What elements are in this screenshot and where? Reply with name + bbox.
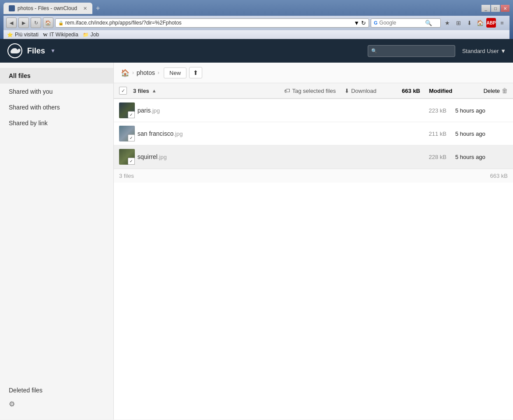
sort-arrow-icon[interactable]: ▲ bbox=[152, 88, 157, 93]
close-tab-button[interactable]: ✕ bbox=[83, 6, 87, 11]
delete-label: Delete bbox=[483, 88, 500, 94]
bookmarks-menu-icon[interactable]: ⊞ bbox=[453, 18, 463, 28]
user-menu[interactable]: Standard User ▼ bbox=[462, 48, 506, 54]
bookmark-wikipedia[interactable]: W IT Wikipedia bbox=[43, 32, 78, 38]
filename-base-sf: san francisco bbox=[137, 130, 173, 137]
sidebar-deleted-files[interactable]: Deleted files bbox=[9, 382, 105, 398]
menu-icon[interactable]: ≡ bbox=[497, 18, 507, 28]
bookmark-wikipedia-label: IT Wikipedia bbox=[49, 32, 78, 38]
new-button[interactable]: New bbox=[164, 67, 186, 78]
address-dropdown-icon[interactable]: ▼ bbox=[354, 20, 359, 26]
tag-label: Tag selected files bbox=[292, 88, 336, 94]
file-checkbox-sf: ✓ bbox=[119, 126, 133, 141]
browser-toolbar: ◀ ▶ ↻ 🏠 🔒 ▼ ↻ G 🔍 ★ ⊞ ⬇ 🏠 ABP ≡ bbox=[4, 16, 509, 30]
bookmark-folder-icon: 📁 bbox=[83, 32, 89, 38]
file-row-squirrel[interactable]: ✓ squirrel.jpg 228 kB 5 hours ago bbox=[114, 145, 513, 169]
file-name-wrap-paris: paris.jpg bbox=[133, 107, 411, 114]
sidebar-shared-with-others-label: Shared with others bbox=[9, 104, 60, 111]
file-list: ✓ 3 files ▲ 🏷 Tag selected files ⬇ Downl… bbox=[114, 83, 513, 420]
file-name-wrap-sf: san francisco.jpg bbox=[133, 130, 411, 137]
refresh-button[interactable]: ↻ bbox=[31, 18, 41, 28]
app-logo: Files ▼ bbox=[7, 43, 56, 59]
tag-selected-button[interactable]: 🏷 Tag selected files bbox=[284, 87, 336, 94]
footer-count: 3 files bbox=[119, 173, 473, 179]
file-size-sf: 211 kB bbox=[411, 131, 446, 137]
file-row-sf[interactable]: ✓ san francisco.jpg 211 kB 5 hours ago bbox=[114, 122, 513, 145]
size-column-header: 663 kB bbox=[385, 88, 420, 94]
forward-button[interactable]: ▶ bbox=[18, 18, 29, 28]
user-caret-icon: ▼ bbox=[500, 48, 506, 54]
minimize-button[interactable]: _ bbox=[481, 5, 490, 12]
owncloud-logo-icon bbox=[7, 43, 23, 59]
upload-button[interactable]: ⬆ bbox=[189, 67, 202, 78]
browser-tab[interactable]: photos - Files - ownCloud ✕ bbox=[4, 3, 92, 14]
home-button[interactable]: 🏠 bbox=[43, 18, 53, 28]
download-label: Download bbox=[351, 88, 376, 94]
delete-trash-icon: 🗑 bbox=[502, 87, 508, 94]
search-input[interactable] bbox=[379, 20, 423, 26]
bookmark-piu-visitati[interactable]: ⭐ Più visitati bbox=[7, 32, 39, 38]
filename-base-paris: paris bbox=[137, 107, 151, 114]
tab-title: photos - Files - ownCloud bbox=[18, 5, 77, 11]
address-lock-icon: 🔒 bbox=[58, 21, 63, 25]
sidebar-all-files-label: All files bbox=[9, 72, 31, 79]
home-toolbar-icon[interactable]: 🏠 bbox=[475, 18, 485, 28]
sidebar-item-shared-by-link[interactable]: Shared by link bbox=[0, 115, 113, 131]
header-search bbox=[56, 45, 455, 57]
sidebar: All files Shared with you Shared with ot… bbox=[0, 63, 114, 420]
file-check-squirrel[interactable]: ✓ bbox=[128, 158, 135, 165]
search-engine-icon: G bbox=[374, 20, 378, 25]
app-body: All files Shared with you Shared with ot… bbox=[0, 63, 513, 420]
bookmarks-star-icon[interactable]: ★ bbox=[443, 18, 452, 28]
file-name-squirrel: squirrel.jpg bbox=[137, 153, 167, 160]
breadcrumb-separator: › bbox=[132, 70, 134, 76]
file-modified-squirrel: 5 hours ago bbox=[446, 154, 508, 160]
file-thumbnail-paris: ✓ bbox=[119, 102, 135, 118]
sidebar-item-shared-with-you[interactable]: Shared with you bbox=[0, 84, 113, 99]
sidebar-shared-by-link-label: Shared by link bbox=[9, 120, 48, 127]
file-check-sf[interactable]: ✓ bbox=[128, 134, 135, 141]
file-modified-paris: 5 hours ago bbox=[446, 107, 508, 114]
sidebar-settings-icon[interactable]: ⚙ bbox=[9, 398, 105, 410]
select-all-checkbox[interactable]: ✓ bbox=[119, 87, 127, 95]
download-arrow-icon: ⬇ bbox=[344, 88, 349, 94]
back-button[interactable]: ◀ bbox=[6, 18, 17, 28]
file-list-footer: 3 files 663 kB bbox=[114, 169, 513, 183]
breadcrumb-separator-2: › bbox=[158, 70, 159, 76]
adblock-icon[interactable]: ABP bbox=[486, 18, 496, 28]
total-size-label: 663 kB bbox=[402, 88, 420, 94]
app-logo-caret[interactable]: ▼ bbox=[50, 48, 56, 54]
browser-chrome: photos - Files - ownCloud ✕ + _ □ ✕ ◀ ▶ … bbox=[0, 0, 513, 39]
file-modified-sf: 5 hours ago bbox=[446, 131, 508, 137]
modified-column-header[interactable]: Modified bbox=[420, 88, 481, 94]
app-search-input[interactable] bbox=[368, 45, 455, 57]
address-bar[interactable] bbox=[65, 20, 352, 26]
address-reload-icon[interactable]: ↻ bbox=[361, 20, 366, 26]
tag-icon: 🏷 bbox=[284, 87, 290, 94]
file-size-paris: 223 kB bbox=[411, 107, 446, 114]
close-button[interactable]: ✕ bbox=[501, 5, 509, 12]
select-all-column: ✓ bbox=[119, 87, 133, 95]
breadcrumb-folder-name[interactable]: photos bbox=[137, 69, 155, 76]
file-checkbox-paris: ✓ bbox=[119, 102, 133, 118]
download-manager-icon[interactable]: ⬇ bbox=[464, 18, 474, 28]
bookmark-job[interactable]: 📁 Job bbox=[83, 32, 99, 38]
breadcrumb-home-icon[interactable]: 🏠 bbox=[121, 69, 130, 77]
file-thumbnail-squirrel: ✓ bbox=[119, 149, 135, 165]
file-size-squirrel: 228 kB bbox=[411, 154, 446, 160]
app-header: Files ▼ Standard User ▼ bbox=[0, 39, 513, 63]
new-tab-button[interactable]: + bbox=[92, 3, 103, 14]
sidebar-shared-with-you-label: Shared with you bbox=[9, 88, 53, 95]
app-container: Files ▼ Standard User ▼ All files Shared… bbox=[0, 39, 513, 420]
maximize-button[interactable]: □ bbox=[491, 5, 500, 12]
address-bar-wrap: 🔒 ▼ ↻ bbox=[55, 18, 369, 28]
window-controls: _ □ ✕ bbox=[481, 5, 509, 12]
search-button[interactable]: 🔍 bbox=[425, 20, 432, 26]
sidebar-item-all-files[interactable]: All files bbox=[0, 68, 113, 84]
header-search-wrap bbox=[368, 45, 455, 57]
download-button[interactable]: ⬇ Download bbox=[344, 88, 376, 94]
file-row-paris[interactable]: ✓ paris.jpg 223 kB 5 hours ago bbox=[114, 99, 513, 122]
sidebar-item-shared-with-others[interactable]: Shared with others bbox=[0, 99, 113, 115]
file-check-paris[interactable]: ✓ bbox=[128, 111, 135, 118]
name-column-header: 3 files ▲ bbox=[133, 88, 284, 94]
